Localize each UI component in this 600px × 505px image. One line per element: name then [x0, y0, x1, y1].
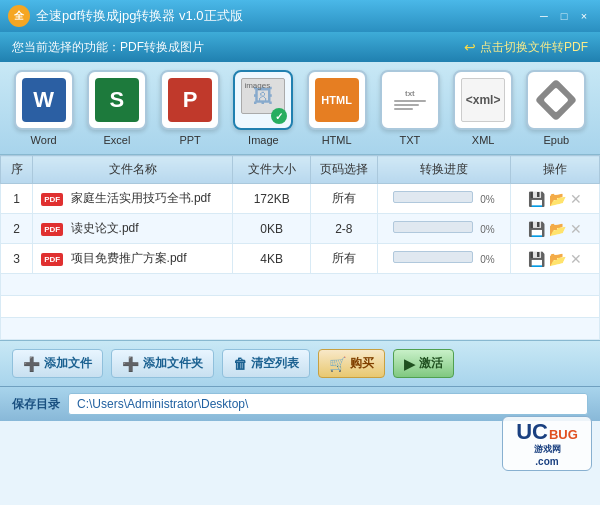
row1-folder-icon[interactable]: 📂 — [549, 191, 566, 207]
xml-icon: <xml> — [461, 78, 505, 122]
html-icon: HTML — [315, 78, 359, 122]
col-header-action: 操作 — [511, 156, 600, 184]
empty-row — [1, 318, 600, 340]
empty-row — [1, 296, 600, 318]
row3-folder-icon[interactable]: 📂 — [549, 251, 566, 267]
col-header-name: 文件名称 — [33, 156, 233, 184]
table-row: 2 PDF 读史论文.pdf 0KB 2-8 0% 💾 📂 — [1, 214, 600, 244]
tool-txt[interactable]: txt TXT — [376, 70, 443, 146]
epub-icon-box[interactable] — [526, 70, 586, 130]
row1-seq: 1 — [1, 184, 33, 214]
image-label: Image — [248, 134, 279, 146]
word-label: Word — [31, 134, 57, 146]
tool-html[interactable]: HTML HTML — [303, 70, 370, 146]
add-file-button[interactable]: ➕ 添加文件 — [12, 349, 103, 378]
sub-header: 您当前选择的功能：PDF转换成图片 ↩ 点击切换文件转PDF — [0, 32, 600, 62]
ppt-icon: P — [168, 78, 212, 122]
pdf-icon: PDF — [41, 193, 63, 206]
save-path-value[interactable]: C:\Users\Administrator\Desktop\ — [68, 393, 588, 415]
image-check-icon: ✓ — [271, 108, 287, 124]
row3-pages: 所有 — [311, 244, 378, 274]
main-content: 序 文件名称 文件大小 页码选择 转换进度 操作 1 PDF 家庭生活实用技巧全… — [0, 155, 600, 340]
ppt-icon-box[interactable]: P — [160, 70, 220, 130]
excel-label: Excel — [103, 134, 130, 146]
row3-name: PDF 项目免费推广方案.pdf — [33, 244, 233, 274]
row1-actions: 💾 📂 ✕ — [511, 184, 600, 214]
xml-icon-box[interactable]: <xml> — [453, 70, 513, 130]
watermark-uc: UC — [516, 421, 548, 443]
window-controls: ─ □ × — [536, 8, 592, 24]
row1-action-icons: 💾 📂 ✕ — [519, 191, 591, 207]
tool-word[interactable]: W Word — [10, 70, 77, 146]
image-icon-box[interactable]: 🖼 images ✓ — [233, 70, 293, 130]
file-table: 序 文件名称 文件大小 页码选择 转换进度 操作 1 PDF 家庭生活实用技巧全… — [0, 155, 600, 340]
row3-progress-text: 0% — [480, 254, 494, 265]
switch-mode-link[interactable]: ↩ 点击切换文件转PDF — [464, 39, 588, 56]
txt-icon: txt — [388, 78, 432, 122]
col-header-size: 文件大小 — [233, 156, 311, 184]
maximize-button[interactable]: □ — [556, 8, 572, 24]
title-bar: 全 全速pdf转换成jpg转换器 v1.0正式版 ─ □ × — [0, 0, 600, 32]
buy-button[interactable]: 🛒 购买 — [318, 349, 385, 378]
row1-name: PDF 家庭生活实用技巧全书.pdf — [33, 184, 233, 214]
col-header-pages: 页码选择 — [311, 156, 378, 184]
title-bar-left: 全 全速pdf转换成jpg转换器 v1.0正式版 — [8, 5, 243, 27]
clear-icon: 🗑 — [233, 356, 247, 372]
tool-toolbar: W Word S Excel P PPT 🖼 images ✓ Image — [0, 62, 600, 155]
row3-progress: 0% — [377, 244, 510, 274]
row2-delete-icon[interactable]: ✕ — [570, 221, 582, 237]
row2-size: 0KB — [233, 214, 311, 244]
row2-action-icons: 💾 📂 ✕ — [519, 221, 591, 237]
row2-seq: 2 — [1, 214, 33, 244]
row3-delete-icon[interactable]: ✕ — [570, 251, 582, 267]
close-button[interactable]: × — [576, 8, 592, 24]
buy-icon: 🛒 — [329, 356, 346, 372]
add-file-icon: ➕ — [23, 356, 40, 372]
row3-progress-bar — [393, 251, 473, 263]
watermark-bug: BUG — [549, 427, 578, 442]
pdf-icon: PDF — [41, 223, 63, 236]
watermark-sub: 游戏网 — [534, 443, 561, 456]
excel-icon-box[interactable]: S — [87, 70, 147, 130]
row2-actions: 💾 📂 ✕ — [511, 214, 600, 244]
row1-progress: 0% — [377, 184, 510, 214]
save-path-label: 保存目录 — [12, 396, 60, 413]
bottom-toolbar: ➕ 添加文件 ➕ 添加文件夹 🗑 清空列表 🛒 购买 ▶ 激活 — [0, 340, 600, 386]
image-icon: 🖼 images ✓ — [241, 78, 285, 122]
row1-size: 172KB — [233, 184, 311, 214]
tool-ppt[interactable]: P PPT — [157, 70, 224, 146]
txt-icon-box[interactable]: txt — [380, 70, 440, 130]
tool-xml[interactable]: <xml> XML — [450, 70, 517, 146]
row2-folder-icon[interactable]: 📂 — [549, 221, 566, 237]
row1-progress-text: 0% — [480, 194, 494, 205]
clear-list-button[interactable]: 🗑 清空列表 — [222, 349, 310, 378]
html-label: HTML — [322, 134, 352, 146]
activate-icon: ▶ — [404, 356, 415, 372]
row3-seq: 3 — [1, 244, 33, 274]
row3-save-icon[interactable]: 💾 — [528, 251, 545, 267]
pdf-icon: PDF — [41, 253, 63, 266]
tool-excel[interactable]: S Excel — [83, 70, 150, 146]
row2-save-icon[interactable]: 💾 — [528, 221, 545, 237]
minimize-button[interactable]: ─ — [536, 8, 552, 24]
ppt-label: PPT — [179, 134, 200, 146]
word-icon-box[interactable]: W — [14, 70, 74, 130]
epub-icon — [534, 78, 578, 122]
activate-button[interactable]: ▶ 激活 — [393, 349, 454, 378]
row1-pages: 所有 — [311, 184, 378, 214]
col-header-progress: 转换进度 — [377, 156, 510, 184]
row1-delete-icon[interactable]: ✕ — [570, 191, 582, 207]
table-row: 1 PDF 家庭生活实用技巧全书.pdf 172KB 所有 0% 💾 📂 — [1, 184, 600, 214]
row2-progress-bar — [393, 221, 473, 233]
current-function-label: 您当前选择的功能：PDF转换成图片 — [12, 39, 204, 56]
html-icon-box[interactable]: HTML — [307, 70, 367, 130]
row2-progress: 0% — [377, 214, 510, 244]
row3-action-icons: 💾 📂 ✕ — [519, 251, 591, 267]
tool-image[interactable]: 🖼 images ✓ Image — [230, 70, 297, 146]
add-folder-button[interactable]: ➕ 添加文件夹 — [111, 349, 214, 378]
table-row: 3 PDF 项目免费推广方案.pdf 4KB 所有 0% 💾 📂 — [1, 244, 600, 274]
row2-progress-text: 0% — [480, 224, 494, 235]
row1-save-icon[interactable]: 💾 — [528, 191, 545, 207]
tool-epub[interactable]: Epub — [523, 70, 590, 146]
xml-label: XML — [472, 134, 495, 146]
